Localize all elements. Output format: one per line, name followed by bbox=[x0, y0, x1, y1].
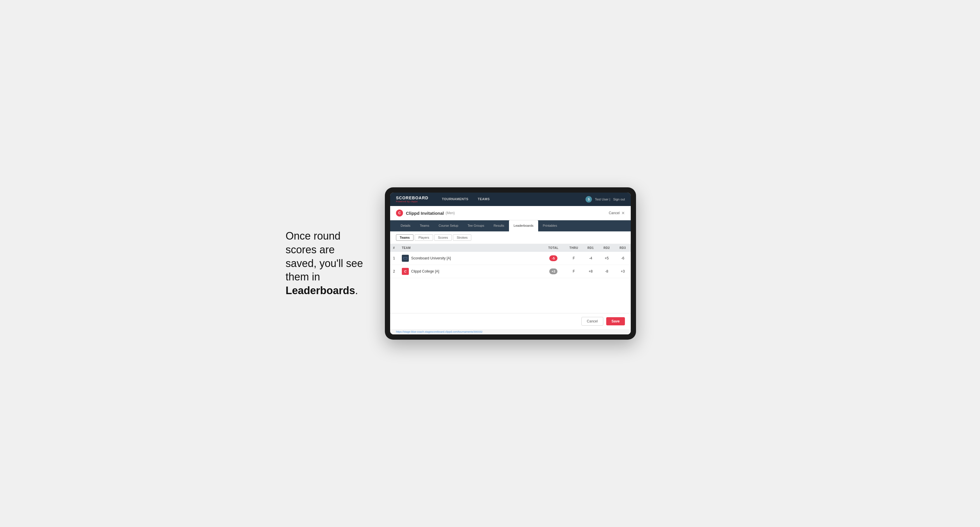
sign-out-link[interactable]: Sign out bbox=[613, 198, 625, 201]
filter-teams-button[interactable]: Teams bbox=[396, 234, 414, 241]
team-1-total: -5 bbox=[542, 252, 565, 265]
sub-tabs: Details Teams Course Setup Tee Groups Re… bbox=[390, 220, 631, 232]
team-1-score-badge: -5 bbox=[549, 256, 557, 261]
tab-teams[interactable]: Teams bbox=[415, 220, 434, 232]
tournament-header: C Clippd Invitational (Men) Cancel ✕ bbox=[390, 206, 631, 220]
team-1-rd2: +5 bbox=[599, 252, 615, 265]
filter-scores-button[interactable]: Scores bbox=[434, 234, 452, 241]
col-rd1: RD1 bbox=[582, 244, 599, 252]
user-name: Test User | bbox=[595, 198, 610, 201]
team-2-rd1: +8 bbox=[582, 265, 599, 278]
team-1-rd1: -4 bbox=[582, 252, 599, 265]
tablet-device: SCOREBOARD Powered by clippd TOURNAMENTS… bbox=[385, 187, 636, 340]
filter-strokes-button[interactable]: Strokes bbox=[453, 234, 471, 241]
content-spacer bbox=[390, 278, 631, 313]
tournament-title: Clippd Invitational bbox=[406, 211, 444, 216]
team-2-score-badge: +3 bbox=[549, 268, 557, 274]
team-2-cell: C Clippd College [A] bbox=[399, 265, 542, 278]
col-thru: THRU bbox=[565, 244, 582, 252]
tab-leaderboards[interactable]: Leaderboards bbox=[509, 220, 538, 232]
close-icon: ✕ bbox=[621, 211, 625, 215]
save-button[interactable]: Save bbox=[606, 317, 625, 325]
table-row: 2 C Clippd College [A] +3 bbox=[390, 265, 631, 278]
rank-2: 2 bbox=[390, 265, 399, 278]
tab-printables[interactable]: Printables bbox=[538, 220, 562, 232]
url-bar: https://stage-blue-coach.stagescoreboard… bbox=[390, 329, 631, 334]
col-total: TOTAL bbox=[542, 244, 565, 252]
team-2-logo: C bbox=[402, 268, 409, 275]
top-navigation: SCOREBOARD Powered by clippd TOURNAMENTS… bbox=[390, 193, 631, 206]
team-2-thru: F bbox=[565, 265, 582, 278]
filter-bar: Teams Players Scores Strokes bbox=[390, 232, 631, 244]
tab-tee-groups[interactable]: Tee Groups bbox=[463, 220, 489, 232]
col-rd3: RD3 bbox=[615, 244, 631, 252]
team-1-logo bbox=[402, 255, 409, 262]
logo-title: SCOREBOARD bbox=[396, 196, 428, 200]
team-2-name: Clippd College [A] bbox=[411, 269, 439, 273]
nav-right: S Test User | Sign out bbox=[585, 196, 625, 203]
nav-teams[interactable]: TEAMS bbox=[473, 193, 495, 206]
tournament-icon: C bbox=[396, 210, 403, 216]
team-1-rd3: -6 bbox=[615, 252, 631, 265]
logo: SCOREBOARD Powered by clippd bbox=[396, 196, 428, 203]
team-2-rd2: -8 bbox=[599, 265, 615, 278]
filter-players-button[interactable]: Players bbox=[415, 234, 433, 241]
team-2-total: +3 bbox=[542, 265, 565, 278]
tab-course-setup[interactable]: Course Setup bbox=[434, 220, 463, 232]
col-rank: # bbox=[390, 244, 399, 252]
cancel-button[interactable]: Cancel bbox=[581, 317, 603, 325]
header-cancel-button[interactable]: Cancel ✕ bbox=[609, 211, 625, 215]
col-rd2: RD2 bbox=[599, 244, 615, 252]
team-1-cell: Scoreboard University [A] bbox=[399, 252, 542, 265]
rank-1: 1 bbox=[390, 252, 399, 265]
sidebar-description: Once round scores are saved, you'll see … bbox=[286, 229, 368, 298]
tablet-screen: SCOREBOARD Powered by clippd TOURNAMENTS… bbox=[390, 193, 631, 334]
leaderboard-table: # TEAM TOTAL THRU RD1 RD2 RD3 1 bbox=[390, 244, 631, 278]
tab-results[interactable]: Results bbox=[489, 220, 509, 232]
nav-links: TOURNAMENTS TEAMS bbox=[437, 193, 580, 206]
table-header-row: # TEAM TOTAL THRU RD1 RD2 RD3 bbox=[390, 244, 631, 252]
col-team: TEAM bbox=[399, 244, 542, 252]
team-2-rd3: +3 bbox=[615, 265, 631, 278]
tab-details[interactable]: Details bbox=[396, 220, 415, 232]
tournament-subtitle: (Men) bbox=[445, 211, 455, 215]
table-row: 1 bbox=[390, 252, 631, 265]
team-1-thru: F bbox=[565, 252, 582, 265]
footer-action-bar: Cancel Save bbox=[390, 313, 631, 329]
leaderboard-table-container: # TEAM TOTAL THRU RD1 RD2 RD3 1 bbox=[390, 244, 631, 278]
nav-tournaments[interactable]: TOURNAMENTS bbox=[437, 193, 473, 206]
team-1-name: Scoreboard University [A] bbox=[411, 256, 451, 260]
user-avatar: S bbox=[585, 196, 592, 203]
svg-rect-2 bbox=[404, 258, 407, 259]
logo-subtitle: Powered by clippd bbox=[396, 200, 428, 203]
